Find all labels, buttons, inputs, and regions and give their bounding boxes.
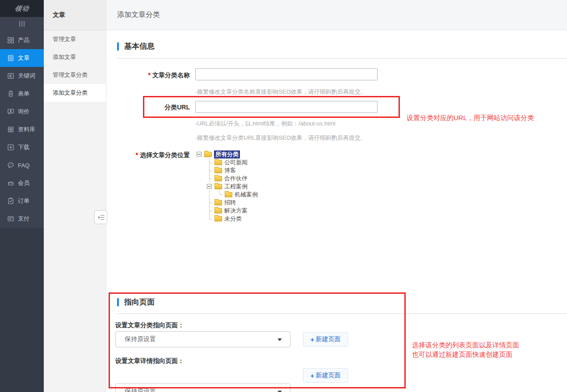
faq-icon [7,162,14,169]
tree-node-label[interactable]: 合作伙伴 [224,175,248,183]
sidebar-filler [0,228,44,392]
submenu-item-manage-articles[interactable]: 管理文章 [44,30,106,48]
category-name-hint: -频繁修改文章分类名称直接影响SEO效果，请仔细斟酌后再提交。 [195,88,366,96]
sidebar-item-inquiry[interactable]: 询价 [0,103,44,121]
detail-page-select[interactable]: 保持原设置 [115,384,290,392]
tree-node-label[interactable]: 博客 [224,167,236,175]
tree-connector [207,199,212,207]
pages-section-title: 指向页面 [117,297,155,307]
tree-node: 合作伙伴 [207,175,331,183]
required-mark: * [136,151,138,158]
page-title: 添加文章分类 [117,10,160,20]
article-icon [7,54,14,62]
tree-node-label[interactable]: 所有分类 [214,150,240,158]
section-accent-bar [117,42,119,50]
pages-annotation-line-1: 选择该分类的列表页面以及详情页面 [412,340,519,350]
keyword-icon [7,72,14,79]
new-list-page-button[interactable]: + 新建页面 [303,332,348,346]
pages-annotation-line-2: 也可以通过新建页面快速创建页面 [412,350,519,359]
tree-expander-icon[interactable] [207,184,212,189]
sidebar-item-label: 会员 [18,179,29,187]
folder-icon[interactable] [214,176,222,181]
tree-node-label[interactable]: 招聘 [224,199,236,207]
folder-icon[interactable] [204,152,212,157]
sidebar-item-articles[interactable]: 文章 [0,49,44,67]
tree-node-label[interactable]: 解决方案 [224,207,248,215]
tree-node: 工程案例 [207,183,331,191]
brand-logo: 领动 [0,0,44,17]
sidebar-item-label: 资料库 [18,125,35,133]
payment-icon [7,215,14,222]
order-icon [7,197,14,204]
folder-icon[interactable] [214,168,222,173]
products-icon [7,37,14,44]
collapse-sidebar-button[interactable] [94,210,107,224]
tree-node: 博客 [207,167,331,175]
secondary-sidebar-title: 文章 [44,0,106,30]
sidebar-item-label: 订单 [18,197,29,205]
category-name-input[interactable] [195,68,378,80]
sidebar-item-label: 文章 [18,54,29,62]
tree-connector [207,158,212,167]
sidebar-collapse-handle[interactable] [0,17,44,30]
member-icon [7,179,14,187]
tree-connector [207,175,212,183]
basic-info-section-title: 基本信息 [117,41,155,51]
tree-node-label[interactable]: 机械案例 [235,191,258,199]
sidebar-item-members[interactable]: 会员 [0,174,44,192]
category-tree: 所有分类 公司新闻 博客 合作伙伴 工程案例 机械案例 [197,150,331,223]
sidebar-item-library[interactable]: 资料库 [0,121,44,138]
section-accent-bar [117,298,119,306]
tree-expander-icon[interactable] [197,152,202,157]
sidebar-item-keywords[interactable]: 关键词 [0,67,44,85]
folder-icon[interactable] [225,192,232,197]
tree-node-label[interactable]: 公司新闻 [224,158,248,167]
folder-icon[interactable] [214,208,222,213]
plus-icon: + [311,336,315,343]
tree-node: 未分类 [207,215,331,223]
sidebar-item-products[interactable]: 产品 [0,31,44,49]
url-annotation: 设置分类对应的URL，用于网站访问该分类 [407,113,534,122]
category-url-input[interactable] [195,101,378,113]
tree-connector [217,191,222,199]
folder-icon[interactable] [214,216,222,221]
sidebar-item-label: FAQ [18,162,29,169]
list-page-label: 设置文章分类指向页面： [115,321,184,329]
app-window: 领动 产品 文章 关键词 表单 询价 [0,0,567,392]
pages-annotation: 选择该分类的列表页面以及详情页面 也可以通过新建页面快速创建页面 [412,340,519,359]
sidebar-item-faq[interactable]: FAQ [0,156,44,174]
tree-node: 公司新闻 [207,158,331,167]
primary-sidebar: 领动 产品 文章 关键词 表单 询价 [0,0,44,392]
required-mark: * [148,71,151,79]
folder-icon[interactable] [214,200,222,205]
brand-logo-text: 领动 [14,4,29,13]
submenu-item-add-category[interactable]: 添加文章分类 [44,84,106,102]
form-icon [7,90,14,97]
list-page-select[interactable]: 保持原设置 [115,331,290,347]
new-detail-page-button[interactable]: + 新建页面 [303,368,348,383]
tree-node-label[interactable]: 未分类 [224,215,242,223]
sidebar-item-label: 表单 [18,90,29,98]
category-name-label: *文章分类名称 [117,71,190,79]
collapse-menu-icon [97,214,105,221]
sidebar-item-orders[interactable]: 订单 [0,192,44,210]
plus-icon: + [311,372,315,379]
library-icon [7,126,14,133]
sidebar-item-downloads[interactable]: 下载 [0,138,44,156]
detail-page-label: 设置文章详情指向页面： [115,357,184,365]
folder-icon[interactable] [214,160,222,165]
section-divider [117,313,567,314]
submenu-item-manage-categories[interactable]: 管理文章分类 [44,66,106,84]
sidebar-item-forms[interactable]: 表单 [0,85,44,103]
download-icon [7,144,14,151]
sidebar-item-payment[interactable]: 支付 [0,210,44,228]
list-page-select-value: 保持原设置 [125,335,156,343]
secondary-sidebar: 文章 管理文章 添加文章 管理文章分类 添加文章分类 [44,0,106,392]
category-url-label: 分类URL [117,104,190,112]
tree-node-label[interactable]: 工程案例 [224,183,248,191]
folder-icon[interactable] [214,184,222,189]
category-position-label: *选择文章分类位置 [117,151,190,159]
submenu-item-add-article[interactable]: 添加文章 [44,48,106,66]
section-divider [117,58,567,58]
tree-node: 机械案例 [207,191,331,199]
